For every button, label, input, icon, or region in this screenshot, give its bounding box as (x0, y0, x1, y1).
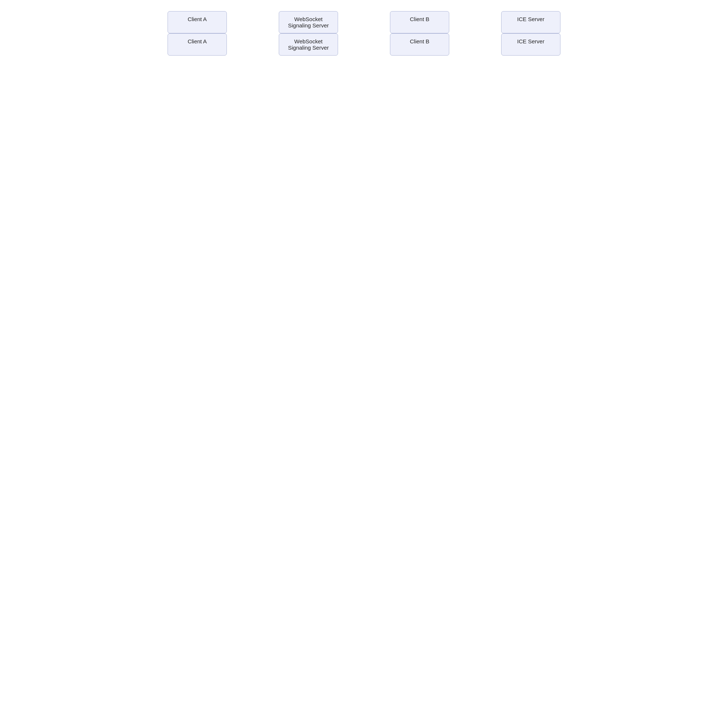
svg-marker-11 (205, 157, 208, 161)
svg-marker-5 (313, 93, 316, 96)
message-label-9: Forward ICE Candidate (345, 238, 398, 243)
actor-ice-server: ICE Server (501, 11, 560, 34)
message-label-14: Transmit Media Streams (289, 345, 343, 351)
message-label-0: Connect (251, 44, 270, 50)
bottom-actors-row: Client AWebSocket Signaling ServerClient… (168, 371, 560, 393)
actor-client-b: Client B (390, 11, 449, 34)
svg-marker-27 (424, 329, 427, 333)
svg-marker-21 (535, 264, 538, 268)
message-8: Forward ICE Candidate (205, 216, 316, 225)
actor-client-b: Client B (390, 371, 449, 393)
top-actors-row: Client AWebSocket Signaling ServerClient… (168, 11, 560, 34)
message-7: Send ICE Candidate (316, 195, 427, 204)
actor-client-a: Client A (168, 11, 227, 34)
message-label-2: Send Offer (248, 87, 272, 93)
message-label-8: Forward ICE Candidate (234, 216, 286, 222)
svg-marker-13 (313, 179, 316, 182)
message-11: ICE Candidate Exchange (427, 281, 538, 290)
message-3: Forward Offer (316, 109, 427, 118)
svg-marker-29 (205, 351, 208, 354)
svg-marker-23 (535, 286, 538, 290)
svg-marker-25 (424, 307, 427, 311)
actor-websocket: WebSocket Signaling Server (279, 371, 338, 393)
svg-marker-3 (316, 71, 319, 75)
svg-marker-9 (316, 136, 319, 139)
message-0: Connect (205, 44, 316, 53)
sequence-area: ConnectConnectSend OfferForward OfferSen… (168, 34, 560, 371)
svg-marker-17 (205, 221, 208, 225)
sequence-diagram: Client AWebSocket Signaling ServerClient… (160, 0, 568, 404)
svg-marker-15 (316, 200, 319, 204)
message-label-13: Transmit Media Streams (289, 324, 343, 330)
message-4: Send Answer (316, 130, 427, 139)
svg-marker-1 (313, 50, 316, 53)
svg-marker-7 (424, 114, 427, 118)
message-10: ICE Candidate Exchange (205, 260, 538, 268)
message-label-4: Send Answer (356, 130, 386, 136)
message-label-5: Forward Answer (242, 152, 278, 157)
svg-marker-19 (424, 243, 427, 247)
message-1: Connect (316, 66, 427, 75)
message-label-7: Send ICE Candidate (349, 195, 394, 200)
message-2: Send Offer (205, 87, 316, 96)
message-5: Forward Answer (205, 152, 316, 161)
message-label-6: Send ICE Candidate (237, 173, 283, 179)
actor-websocket: WebSocket Signaling Server (279, 11, 338, 34)
message-label-12: Establish Peer Connection (286, 302, 345, 308)
message-label-1: Connect (362, 66, 381, 72)
message-6: Send ICE Candidate (205, 173, 316, 182)
message-label-10: ICE Candidate Exchange (343, 260, 399, 265)
actor-ice-server: ICE Server (501, 371, 560, 393)
message-9: Forward ICE Candidate (316, 238, 427, 247)
message-label-11: ICE Candidate Exchange (454, 281, 511, 286)
message-label-3: Forward Offer (356, 109, 387, 115)
sequence-svg: ConnectConnectSend OfferForward OfferSen… (168, 34, 560, 371)
actor-client-a: Client A (168, 371, 227, 393)
